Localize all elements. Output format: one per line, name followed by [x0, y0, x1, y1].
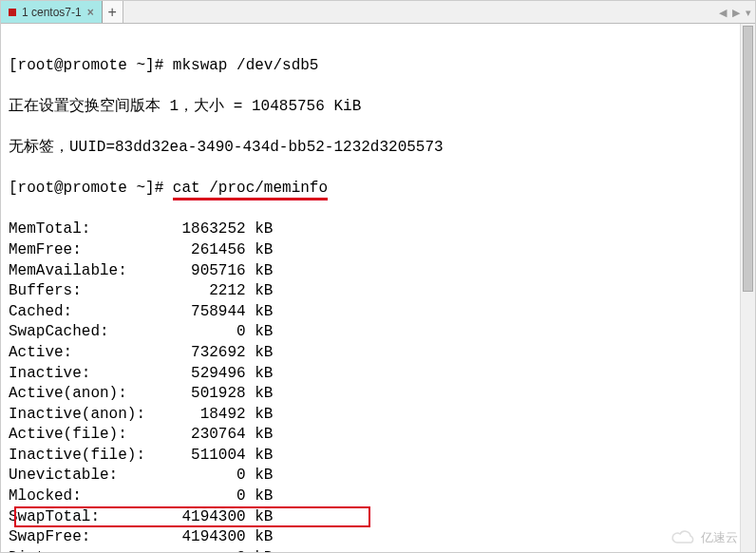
- meminfo-row: SwapFree: 4194300 kB: [9, 527, 747, 548]
- meminfo-row: Mlocked: 0 kB: [9, 486, 747, 507]
- meminfo-row: Active: 732692 kB: [9, 343, 747, 364]
- nav-menu-icon[interactable]: ▾: [746, 7, 751, 19]
- nav-right-icon[interactable]: ▶: [732, 7, 740, 19]
- tab-nav: ◀ ▶ ▾: [719, 1, 751, 24]
- meminfo-row: MemTotal: 1863252 kB: [9, 219, 747, 240]
- meminfo-row: Active(anon): 501928 kB: [9, 384, 747, 405]
- output-line: 无标签，UUID=83dd32ea-3490-434d-bb52-1232d32…: [9, 138, 747, 159]
- meminfo-row: SwapTotal: 4194300 kB: [9, 507, 747, 528]
- tab-label: 1 centos7-1: [22, 6, 82, 19]
- meminfo-row: Inactive(anon): 18492 kB: [9, 405, 747, 426]
- meminfo-row: Inactive: 529496 kB: [9, 364, 747, 385]
- new-tab-button[interactable]: +: [103, 1, 123, 23]
- scrollbar-thumb[interactable]: [743, 26, 753, 292]
- meminfo-row: MemFree: 261456 kB: [9, 240, 747, 261]
- meminfo-row: Active(file): 230764 kB: [9, 425, 747, 446]
- output-line: 正在设置交换空间版本 1，大小 = 10485756 KiB: [9, 97, 747, 118]
- prompt: [root@promote ~]#: [9, 180, 163, 197]
- meminfo-row: Cached: 758944 kB: [9, 302, 747, 323]
- nav-left-icon[interactable]: ◀: [719, 7, 727, 19]
- meminfo-row: SwapCached: 0 kB: [9, 322, 747, 343]
- highlight-box: [14, 506, 370, 527]
- meminfo-row: Inactive(file): 511004 kB: [9, 446, 747, 467]
- terminal-output[interactable]: [root@promote ~]# mkswap /dev/sdb5 正在设置交…: [1, 24, 755, 553]
- scrollbar[interactable]: [740, 24, 755, 552]
- prompt-line-1: [root@promote ~]# mkswap /dev/sdb5: [9, 56, 747, 77]
- meminfo-row: Unevictable: 0 kB: [9, 466, 747, 486]
- command: mkswap /dev/sdb5: [173, 57, 319, 74]
- tab-status-icon: [9, 9, 16, 16]
- prompt: [root@promote ~]#: [9, 57, 163, 74]
- close-icon[interactable]: ×: [87, 6, 94, 19]
- command-highlighted: cat /proc/meminfo: [173, 180, 328, 200]
- meminfo-row: Dirty: 0 kB: [9, 548, 747, 553]
- tab-bar: 1 centos7-1 × + ◀ ▶ ▾: [1, 1, 755, 24]
- meminfo-row: Buffers: 2212 kB: [9, 281, 747, 302]
- meminfo-row: MemAvailable: 905716 kB: [9, 261, 747, 282]
- tab-centos7-1[interactable]: 1 centos7-1 ×: [1, 1, 103, 23]
- prompt-line-2: [root@promote ~]# cat /proc/meminfo: [9, 179, 747, 200]
